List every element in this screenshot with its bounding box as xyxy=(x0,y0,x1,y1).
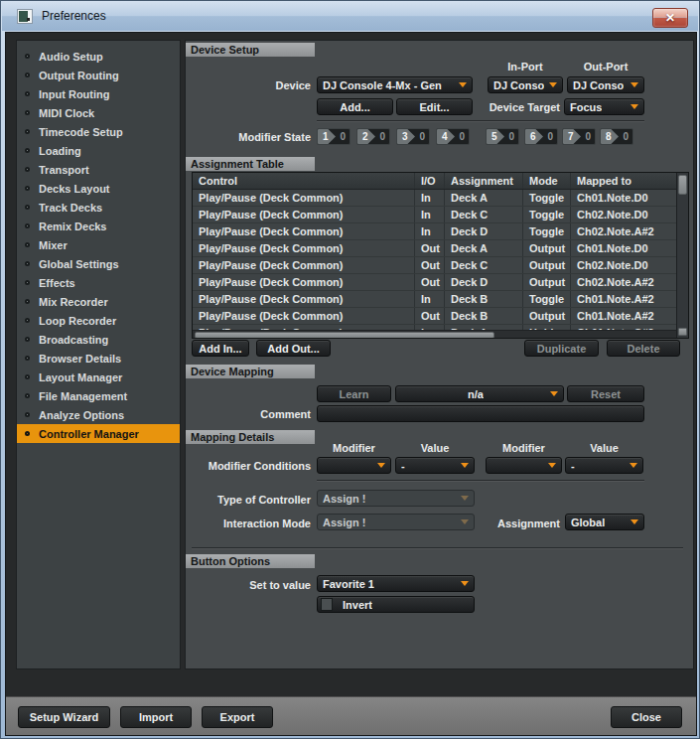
table-cell: Deck B xyxy=(444,308,522,324)
modifier-value-2-value: - xyxy=(571,460,575,472)
sidebar-item-loop-recorder[interactable]: Loop Recorder xyxy=(17,311,180,330)
table-row[interactable]: Play/Pause (Deck Common)InDeck DToggleCh… xyxy=(193,223,676,240)
invert-toggle[interactable]: Invert xyxy=(317,596,475,613)
type-of-controller-dropdown[interactable]: Assign ! xyxy=(317,490,475,507)
titlebar[interactable]: Preferences ✕ xyxy=(2,1,698,31)
column-header-mapped-to[interactable]: Mapped to xyxy=(570,173,676,189)
column-header-assignment[interactable]: Assignment xyxy=(444,173,522,189)
device-target-dropdown[interactable]: Focus xyxy=(564,98,644,115)
table-cell: Deck B xyxy=(444,291,522,307)
edit-device-button[interactable]: Edit... xyxy=(396,98,473,115)
table-row[interactable]: Play/Pause (Deck Common)OutDeck DOutputC… xyxy=(193,274,676,291)
modifier-state-2[interactable]: 20 xyxy=(356,128,390,145)
mapping-source-dropdown[interactable]: n/a xyxy=(395,385,564,402)
sidebar-item-track-decks[interactable]: Track Decks xyxy=(17,198,180,217)
device-dropdown[interactable]: DJ Console 4-Mx - Gen xyxy=(317,76,473,93)
radio-bullet-icon xyxy=(25,129,30,134)
sidebar-item-remix-decks[interactable]: Remix Decks xyxy=(17,217,180,235)
invert-checkbox[interactable] xyxy=(321,598,333,611)
setup-wizard-button[interactable]: Setup Wizard xyxy=(18,706,110,728)
table-cell: Play/Pause (Deck Common) xyxy=(193,190,414,206)
set-to-value-dropdown[interactable]: Favorite 1 xyxy=(317,575,475,592)
interaction-mode-value: Assign ! xyxy=(323,517,365,528)
modifier-state-4[interactable]: 40 xyxy=(436,128,470,145)
table-row[interactable]: Play/Pause (Deck Common)InDeck BToggleCh… xyxy=(193,291,676,308)
modifier-condition-2-dropdown[interactable] xyxy=(486,457,562,474)
add-device-button[interactable]: Add... xyxy=(317,98,393,115)
horizontal-scrollbar[interactable] xyxy=(193,330,676,338)
modifier-column-label-1: Modifier xyxy=(317,441,391,455)
sidebar-item-label: Timecode Setup xyxy=(39,126,123,138)
sidebar-item-midi-clock[interactable]: MIDI Clock xyxy=(17,103,180,122)
sidebar-item-decks-layout[interactable]: Decks Layout xyxy=(17,179,180,198)
table-cell: In xyxy=(414,207,444,222)
table-row[interactable]: Play/Pause (Deck Common)OutDeck AOutputC… xyxy=(193,240,676,257)
sidebar-item-audio-setup[interactable]: Audio Setup xyxy=(17,47,180,66)
sidebar-item-mixer[interactable]: Mixer xyxy=(17,235,180,254)
vertical-scrollbar[interactable] xyxy=(676,173,688,338)
horizontal-scrollbar-thumb[interactable] xyxy=(195,332,494,338)
section-header-mapping-details: Mapping Details xyxy=(186,430,315,444)
import-button[interactable]: Import xyxy=(120,706,192,728)
assignment-dropdown[interactable]: Global xyxy=(565,514,644,530)
duplicate-label: Duplicate xyxy=(537,343,587,355)
sidebar-item-broadcasting[interactable]: Broadcasting xyxy=(17,330,180,349)
sidebar-item-analyze-options[interactable]: Analyze Options xyxy=(17,405,180,424)
sidebar-item-file-management[interactable]: File Management xyxy=(17,386,180,405)
sidebar-item-transport[interactable]: Transport xyxy=(17,160,180,179)
close-window-button[interactable]: ✕ xyxy=(652,8,688,28)
sidebar-item-loading[interactable]: Loading xyxy=(17,141,180,160)
modifier-condition-1-dropdown[interactable] xyxy=(317,457,391,474)
assignment-table: ControlI/OAssignmentModeMapped to Play/P… xyxy=(192,172,689,339)
table-row[interactable]: Play/Pause (Deck Common)OutDeck COutputC… xyxy=(193,257,676,274)
device-target-label: Device Target xyxy=(481,100,560,114)
sidebar-item-controller-manager[interactable]: Controller Manager xyxy=(17,424,180,443)
duplicate-button[interactable]: Duplicate xyxy=(524,340,599,357)
modifier-value-1-dropdown[interactable]: - xyxy=(395,457,475,474)
sidebar-item-label: Transport xyxy=(39,164,89,176)
preferences-window: Preferences ✕ Audio SetupOutput RoutingI… xyxy=(0,0,700,739)
in-port-dropdown[interactable]: DJ Conso xyxy=(488,76,563,93)
modifier-number: 1 xyxy=(318,129,336,144)
sidebar-item-label: Controller Manager xyxy=(39,428,139,440)
column-header-mode[interactable]: Mode xyxy=(522,173,570,189)
reset-button[interactable]: Reset xyxy=(567,385,644,402)
vertical-scrollbar-thumb[interactable] xyxy=(678,175,687,195)
comment-input[interactable] xyxy=(317,405,644,422)
sidebar-item-layout-manager[interactable]: Layout Manager xyxy=(17,368,180,386)
interaction-mode-dropdown[interactable]: Assign ! xyxy=(317,514,475,530)
sidebar-item-browser-details[interactable]: Browser Details xyxy=(17,349,180,368)
sidebar-item-global-settings[interactable]: Global Settings xyxy=(17,254,180,273)
modifier-state-1[interactable]: 10 xyxy=(317,128,350,145)
table-row[interactable]: Play/Pause (Deck Common)InDeck CToggleCh… xyxy=(193,207,676,223)
modifier-state-3[interactable]: 30 xyxy=(396,128,430,145)
sidebar-item-mix-recorder[interactable]: Mix Recorder xyxy=(17,292,180,311)
learn-button[interactable]: Learn xyxy=(317,385,391,402)
export-button[interactable]: Export xyxy=(202,706,273,728)
sidebar-item-timecode-setup[interactable]: Timecode Setup xyxy=(17,122,180,141)
modifier-value-2-dropdown[interactable]: - xyxy=(565,457,643,474)
add-in-button[interactable]: Add In... xyxy=(192,340,249,357)
divider xyxy=(317,480,644,481)
table-row[interactable]: Play/Pause (Deck Common)InDeck AToggleCh… xyxy=(193,190,676,207)
modifier-state-5[interactable]: 50 xyxy=(486,128,519,145)
close-button[interactable]: Close xyxy=(611,706,682,728)
table-row[interactable]: Play/Pause (Deck Common)OutDeck BOutputC… xyxy=(193,308,676,325)
chevron-down-icon xyxy=(549,82,557,87)
table-cell: Play/Pause (Deck Common) xyxy=(193,291,414,307)
column-header-control[interactable]: Control xyxy=(193,173,414,189)
sidebar-item-effects[interactable]: Effects xyxy=(17,273,180,292)
radio-bullet-icon xyxy=(25,261,30,266)
column-header-i-o[interactable]: I/O xyxy=(414,173,444,189)
modifier-state-8[interactable]: 80 xyxy=(600,128,633,145)
add-out-button[interactable]: Add Out... xyxy=(256,340,331,357)
delete-button[interactable]: Delete xyxy=(607,340,680,357)
export-label: Export xyxy=(220,711,255,723)
sidebar-item-output-routing[interactable]: Output Routing xyxy=(17,66,180,84)
modifier-state-6[interactable]: 60 xyxy=(524,128,558,145)
modifier-state-7[interactable]: 70 xyxy=(562,128,596,145)
divider xyxy=(317,120,644,121)
sidebar-item-input-routing[interactable]: Input Routing xyxy=(17,84,180,103)
chevron-down-icon xyxy=(461,496,469,501)
out-port-dropdown[interactable]: DJ Conso xyxy=(567,76,644,93)
